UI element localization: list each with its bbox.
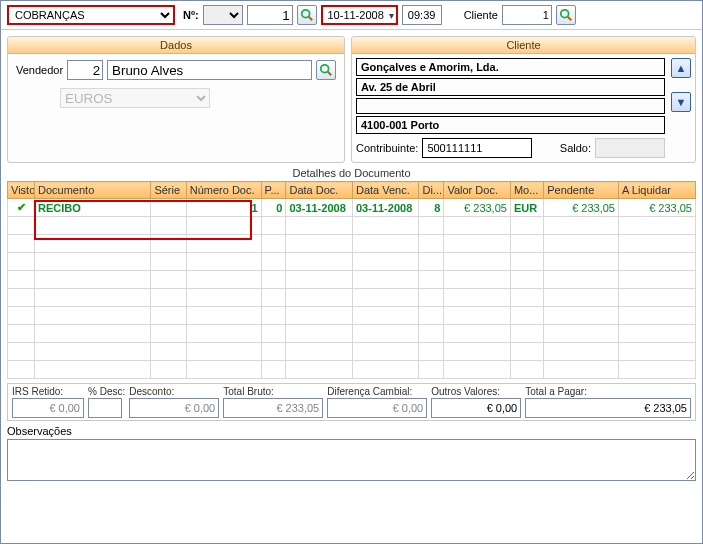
- obs-textarea[interactable]: [7, 439, 696, 481]
- svg-line-5: [328, 72, 332, 76]
- cell-numero[interactable]: 1: [186, 199, 261, 217]
- vendedor-code-input[interactable]: [67, 60, 103, 80]
- grid-header-row: Visto Documento Série Número Doc. P... D…: [8, 182, 696, 199]
- arrow-down-icon: ▼: [676, 96, 687, 108]
- cell-datavenc[interactable]: 03-11-2008: [352, 199, 419, 217]
- desconto-input[interactable]: [129, 398, 219, 418]
- date-dropdown-icon[interactable]: ▾: [389, 10, 394, 21]
- currency-select[interactable]: EUROS: [60, 88, 210, 108]
- col-p[interactable]: P...: [261, 182, 286, 199]
- doc-time-input[interactable]: [402, 5, 442, 25]
- col-serie[interactable]: Série: [151, 182, 186, 199]
- total-label: Total a Pagar:: [525, 386, 691, 397]
- cliente-city-box: 4100-001 Porto: [356, 116, 665, 134]
- col-aliquidar[interactable]: A Liquidar: [618, 182, 695, 199]
- details-title: Detalhes do Documento: [7, 165, 696, 181]
- col-datadoc[interactable]: Data Doc.: [286, 182, 353, 199]
- dados-title: Dados: [8, 37, 344, 54]
- difcamb-label: Diferença Cambial:: [327, 386, 427, 397]
- cliente-number-input[interactable]: [502, 5, 552, 25]
- totals-bar: IRS Retido: % Desc: Desconto: Total Brut…: [7, 383, 696, 421]
- search-cliente-button[interactable]: [556, 5, 576, 25]
- doc-date-input[interactable]: [325, 9, 387, 21]
- cell-pendente[interactable]: € 233,05: [544, 199, 619, 217]
- search-doc-button[interactable]: [297, 5, 317, 25]
- col-mo[interactable]: Mo...: [510, 182, 543, 199]
- header-toolbar: COBRANÇAS Nº: ▾ Cliente: [1, 1, 702, 30]
- obs-label: Observações: [7, 425, 72, 437]
- bruto-label: Total Bruto:: [223, 386, 323, 397]
- search-icon: [319, 63, 333, 77]
- table-row[interactable]: [8, 253, 696, 271]
- cliente-panel: Cliente Gonçalves e Amorim, Lda. Av. 25 …: [351, 36, 696, 163]
- col-datavenc[interactable]: Data Venc.: [352, 182, 419, 199]
- cliente-addr1-box: Av. 25 de Abril: [356, 78, 665, 96]
- cell-mo[interactable]: EUR: [510, 199, 543, 217]
- pdesc-input[interactable]: [88, 398, 122, 418]
- difcamb-input[interactable]: [327, 398, 427, 418]
- desconto-label: Desconto:: [129, 386, 219, 397]
- table-row[interactable]: [8, 217, 696, 235]
- visto-check-icon[interactable]: ✔: [8, 199, 35, 217]
- details-grid[interactable]: Visto Documento Série Número Doc. P... D…: [7, 181, 696, 379]
- vendedor-name-input[interactable]: [107, 60, 312, 80]
- cell-aliquidar[interactable]: € 233,05: [618, 199, 695, 217]
- col-numero[interactable]: Número Doc.: [186, 182, 261, 199]
- irs-input[interactable]: [12, 398, 84, 418]
- doc-number-input[interactable]: [247, 5, 293, 25]
- table-row[interactable]: [8, 289, 696, 307]
- cell-documento[interactable]: RECIBO: [35, 199, 151, 217]
- col-documento[interactable]: Documento: [35, 182, 151, 199]
- serie-select[interactable]: [203, 5, 243, 25]
- cell-serie[interactable]: [151, 199, 186, 217]
- contribuinte-label: Contribuinte:: [356, 142, 418, 154]
- search-icon: [300, 8, 314, 22]
- table-row[interactable]: [8, 361, 696, 379]
- table-row[interactable]: [8, 271, 696, 289]
- dados-panel: Dados Vendedor EUROS: [7, 36, 345, 163]
- outros-label: Outros Valores:: [431, 386, 521, 397]
- cell-p[interactable]: 0: [261, 199, 286, 217]
- contribuinte-input[interactable]: [422, 138, 532, 158]
- table-row[interactable]: [8, 343, 696, 361]
- svg-line-3: [568, 17, 572, 21]
- arrow-up-icon: ▲: [676, 62, 687, 74]
- pdesc-label: % Desc:: [88, 386, 125, 397]
- saldo-label: Saldo:: [560, 142, 591, 154]
- cliente-title: Cliente: [352, 37, 695, 54]
- cliente-name-box: Gonçalves e Amorim, Lda.: [356, 58, 665, 76]
- cliente-addr2-box: [356, 98, 665, 114]
- col-pendente[interactable]: Pendente: [544, 182, 619, 199]
- cell-valordoc[interactable]: € 233,05: [444, 199, 511, 217]
- scroll-up-button[interactable]: ▲: [671, 58, 691, 78]
- cliente-label: Cliente: [464, 9, 498, 21]
- outros-input[interactable]: [431, 398, 521, 418]
- cell-datadoc[interactable]: 03-11-2008: [286, 199, 353, 217]
- col-visto[interactable]: Visto: [8, 182, 35, 199]
- saldo-input: [595, 138, 665, 158]
- table-row[interactable]: [8, 307, 696, 325]
- table-row[interactable]: [8, 325, 696, 343]
- search-icon: [559, 8, 573, 22]
- scroll-down-button[interactable]: ▼: [671, 92, 691, 112]
- bruto-input: [223, 398, 323, 418]
- doc-date-field[interactable]: ▾: [321, 5, 398, 25]
- col-valordoc[interactable]: Valor Doc.: [444, 182, 511, 199]
- cell-di[interactable]: 8: [419, 199, 444, 217]
- doc-type-select[interactable]: COBRANÇAS: [7, 5, 175, 25]
- number-label: Nº:: [183, 9, 199, 21]
- svg-point-4: [321, 65, 329, 73]
- irs-label: IRS Retido:: [12, 386, 84, 397]
- search-vendedor-button[interactable]: [316, 60, 336, 80]
- svg-point-2: [561, 10, 569, 18]
- svg-line-1: [308, 17, 312, 21]
- col-di[interactable]: Di...: [419, 182, 444, 199]
- vendedor-label: Vendedor: [16, 64, 63, 76]
- table-row[interactable]: [8, 235, 696, 253]
- svg-point-0: [301, 10, 309, 18]
- table-row[interactable]: ✔ RECIBO 1 0 03-11-2008 03-11-2008 8 € 2…: [8, 199, 696, 217]
- total-input: [525, 398, 691, 418]
